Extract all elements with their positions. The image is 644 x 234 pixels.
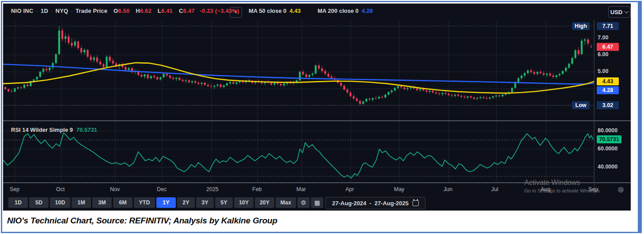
candle-body — [416, 88, 418, 90]
range-button-3m[interactable]: 3M — [92, 197, 112, 208]
range-toolbar: 27-Aug-2024 - 27-Aug-2025 1D5D10D1M3M6MY… — [3, 196, 631, 211]
candle-body — [527, 70, 529, 73]
candle-body — [96, 58, 98, 62]
chart-caption: NIO's Technical Chart, Source: REFINITIV… — [7, 216, 277, 226]
candle-body — [555, 75, 557, 77]
range-button-10y[interactable]: 10Y — [234, 197, 254, 208]
separator-dot: · — [36, 8, 38, 14]
rsi-legend[interactable]: RSI 14 Wilder Simple 970.5731 — [11, 127, 97, 133]
candle-body — [27, 84, 28, 86]
candle-body — [191, 81, 193, 82]
price-scale-divider[interactable] — [594, 20, 595, 196]
date-dash: - — [369, 200, 371, 207]
candle-body — [17, 88, 19, 88]
candle-body — [486, 98, 488, 99]
currency-dropdown[interactable]: USD — [608, 6, 630, 18]
trading-chart: NIO INC·1D·NYQ·Trade Price O6.50 H6.62 L… — [3, 4, 631, 211]
interval[interactable]: 1D — [41, 8, 48, 14]
time-axis-label[interactable]: Aug — [541, 186, 550, 192]
price-axis-tick[interactable]: 6.00 — [598, 51, 608, 58]
time-axis-label[interactable]: Sep — [588, 186, 598, 192]
time-axis[interactable]: ◎ SepOctNovDec2025FebMarAprMayJunJulAugS… — [3, 183, 631, 196]
rsi-axis-tick[interactable]: 80.0000 — [598, 127, 617, 134]
range-button-1y[interactable]: 1Y — [156, 197, 176, 208]
candle-body — [429, 91, 431, 92]
rsi-line — [3, 133, 593, 178]
range-button-10d[interactable]: 10D — [50, 197, 70, 208]
low-value: 6.41 — [161, 8, 173, 14]
candle-body — [169, 76, 171, 78]
price-panel[interactable] — [3, 20, 631, 120]
range-button-1m[interactable]: 1M — [72, 197, 91, 208]
symbol-line[interactable]: NIO INC·1D·NYQ·Trade Price O6.50 H6.62 L… — [11, 8, 239, 14]
candle-body — [159, 77, 161, 80]
candle-body — [375, 98, 377, 99]
candle-body — [562, 71, 564, 74]
time-axis-label[interactable]: Sep — [10, 186, 19, 192]
range-button-20y[interactable]: 20Y — [255, 197, 274, 208]
settings-gear-icon[interactable]: ⚙ — [297, 197, 310, 208]
range-button-5d[interactable]: 5D — [29, 197, 49, 208]
time-axis-label[interactable]: 2025 — [206, 186, 219, 192]
candle-body — [584, 39, 586, 41]
range-button-6m[interactable]: 6M — [113, 197, 133, 208]
candle-body — [445, 93, 447, 94]
candle-body — [387, 92, 389, 95]
range-button-1d[interactable]: 1D — [8, 197, 28, 208]
candle-body — [261, 82, 263, 83]
currency-label: USD — [610, 9, 622, 15]
candle-body — [299, 72, 301, 80]
candle-body — [540, 72, 542, 73]
range-button-2y[interactable]: 2Y — [177, 197, 195, 208]
ma50-label: MA 50 close 0 — [249, 8, 287, 14]
candle-body — [74, 42, 76, 46]
time-axis-label[interactable]: Dec — [157, 186, 167, 192]
time-axis-label[interactable]: Oct — [56, 186, 64, 192]
range-button-3y[interactable]: 3Y — [196, 197, 214, 208]
candle-body — [473, 97, 475, 99]
time-axis-label[interactable]: May — [394, 186, 405, 192]
rsi-panel[interactable]: RSI 14 Wilder Simple 970.5731 — [3, 121, 631, 182]
price-axis-tick[interactable]: 5.00 — [598, 68, 608, 74]
range-button-5y[interactable]: 5Y — [215, 197, 233, 208]
candle-body — [483, 97, 485, 98]
candle-body — [125, 67, 126, 70]
time-axis-label[interactable]: Mar — [296, 186, 306, 192]
time-axis-label[interactable]: Jun — [443, 186, 452, 192]
candle-body — [61, 31, 63, 39]
ma50-legend[interactable]: MA 50 close 04.43 — [249, 8, 301, 14]
candle-body — [90, 57, 91, 60]
candle-body — [575, 50, 576, 58]
candle-body — [64, 36, 66, 39]
symbol-name[interactable]: NIO INC — [11, 8, 34, 14]
candle-body — [327, 74, 329, 77]
time-axis-label[interactable]: Apr — [345, 186, 354, 192]
candle-body — [470, 96, 472, 98]
time-settings-icon[interactable]: ◎ — [618, 185, 624, 193]
candle-body — [128, 68, 130, 70]
collapse-indicators-button[interactable]: ‹ — [230, 7, 242, 18]
candle-body — [460, 96, 462, 97]
price-axis-tick[interactable]: 7.00 — [598, 35, 608, 41]
candle-body — [435, 92, 437, 93]
candle-body — [495, 96, 497, 96]
data-table-icon[interactable]: ▦ — [311, 197, 323, 208]
candle-body — [77, 42, 79, 48]
date-range-picker[interactable]: 27-Aug-2024 - 27-Aug-2025 — [326, 197, 425, 209]
time-axis-label[interactable]: Nov — [110, 186, 120, 192]
rsi-axis-tick[interactable]: 60.0000 — [598, 146, 617, 152]
candle-body — [391, 90, 393, 92]
rsi-axis-tick[interactable]: 40.0000 — [598, 164, 617, 170]
range-button-ytd[interactable]: YTD — [134, 197, 155, 208]
candle-body — [476, 98, 478, 99]
price-plot[interactable] — [3, 20, 594, 120]
time-axis-label[interactable]: Feb — [252, 186, 262, 192]
time-axis-label[interactable]: Jul — [491, 186, 498, 192]
range-button-max[interactable]: Max — [276, 197, 296, 208]
candle-body — [511, 88, 513, 92]
candle-body — [93, 58, 95, 60]
candle-body — [578, 50, 580, 54]
ma200-legend[interactable]: MA 200 close 04.28 — [318, 8, 373, 14]
candle-body — [464, 97, 466, 98]
candle-body — [153, 76, 155, 77]
